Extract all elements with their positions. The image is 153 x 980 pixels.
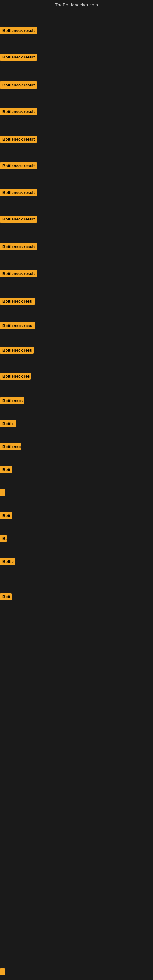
bottleneck-result-item-21[interactable]: Bo bbox=[0, 535, 7, 543]
bottleneck-result-item-18[interactable]: Bott bbox=[0, 466, 12, 474]
bottleneck-badge-21: Bo bbox=[0, 535, 7, 542]
bottleneck-result-item-10[interactable]: Bottleneck result bbox=[0, 270, 37, 278]
bottleneck-result-item-6[interactable]: Bottleneck result bbox=[0, 162, 37, 170]
bottleneck-result-item-1[interactable]: Bottleneck result bbox=[0, 27, 37, 35]
bottleneck-result-item-24[interactable]: | bbox=[0, 968, 5, 977]
bottleneck-badge-23: Bott bbox=[0, 593, 12, 600]
site-title: TheBottlenecker.com bbox=[0, 0, 153, 10]
bottleneck-badge-18: Bott bbox=[0, 466, 12, 473]
bottleneck-result-item-11[interactable]: Bottleneck resu bbox=[0, 298, 35, 306]
bottleneck-badge-8: Bottleneck result bbox=[0, 216, 37, 223]
bottleneck-badge-15: Bottleneck bbox=[0, 397, 24, 404]
bottleneck-result-item-2[interactable]: Bottleneck result bbox=[0, 54, 37, 62]
bottleneck-result-item-17[interactable]: Bottlenec bbox=[0, 443, 21, 452]
bottleneck-result-item-7[interactable]: Bottleneck result bbox=[0, 189, 37, 197]
bottleneck-badge-17: Bottlenec bbox=[0, 443, 21, 450]
bottleneck-result-item-23[interactable]: Bott bbox=[0, 593, 12, 601]
bottleneck-badge-4: Bottleneck result bbox=[0, 108, 37, 115]
bottleneck-result-item-9[interactable]: Bottleneck result bbox=[0, 243, 37, 251]
bottleneck-badge-11: Bottleneck resu bbox=[0, 298, 35, 305]
bottleneck-badge-3: Bottleneck result bbox=[0, 81, 37, 89]
bottleneck-result-item-15[interactable]: Bottleneck bbox=[0, 397, 24, 406]
bottleneck-result-item-4[interactable]: Bottleneck result bbox=[0, 108, 37, 116]
bottleneck-result-item-8[interactable]: Bottleneck result bbox=[0, 216, 37, 224]
bottleneck-result-item-22[interactable]: Bottle bbox=[0, 558, 15, 566]
bottleneck-badge-16: Bottle bbox=[0, 420, 16, 427]
bottleneck-result-item-13[interactable]: Bottleneck resu bbox=[0, 347, 33, 355]
bottleneck-badge-19: | bbox=[0, 489, 5, 496]
bottleneck-badge-24: | bbox=[0, 968, 5, 975]
bottleneck-badge-12: Bottleneck resu bbox=[0, 322, 35, 329]
bottleneck-result-item-20[interactable]: Bott bbox=[0, 512, 12, 520]
bottleneck-result-item-14[interactable]: Bottleneck res bbox=[0, 373, 30, 381]
bottleneck-badge-20: Bott bbox=[0, 512, 12, 519]
bottleneck-badge-6: Bottleneck result bbox=[0, 162, 37, 169]
bottleneck-result-item-5[interactable]: Bottleneck result bbox=[0, 136, 37, 144]
bottleneck-result-item-3[interactable]: Bottleneck result bbox=[0, 81, 37, 90]
bottleneck-badge-10: Bottleneck result bbox=[0, 270, 37, 277]
bottleneck-badge-7: Bottleneck result bbox=[0, 189, 37, 196]
bottleneck-badge-13: Bottleneck resu bbox=[0, 347, 33, 354]
bottleneck-badge-5: Bottleneck result bbox=[0, 136, 37, 143]
bottleneck-badge-9: Bottleneck result bbox=[0, 243, 37, 250]
bottleneck-badge-14: Bottleneck res bbox=[0, 373, 30, 380]
bottleneck-result-item-12[interactable]: Bottleneck resu bbox=[0, 322, 35, 331]
bottleneck-badge-2: Bottleneck result bbox=[0, 54, 37, 60]
bottleneck-badge-22: Bottle bbox=[0, 558, 15, 565]
bottleneck-result-item-16[interactable]: Bottle bbox=[0, 420, 16, 428]
bottleneck-result-item-19[interactable]: | bbox=[0, 489, 5, 497]
bottleneck-badge-1: Bottleneck result bbox=[0, 27, 37, 34]
